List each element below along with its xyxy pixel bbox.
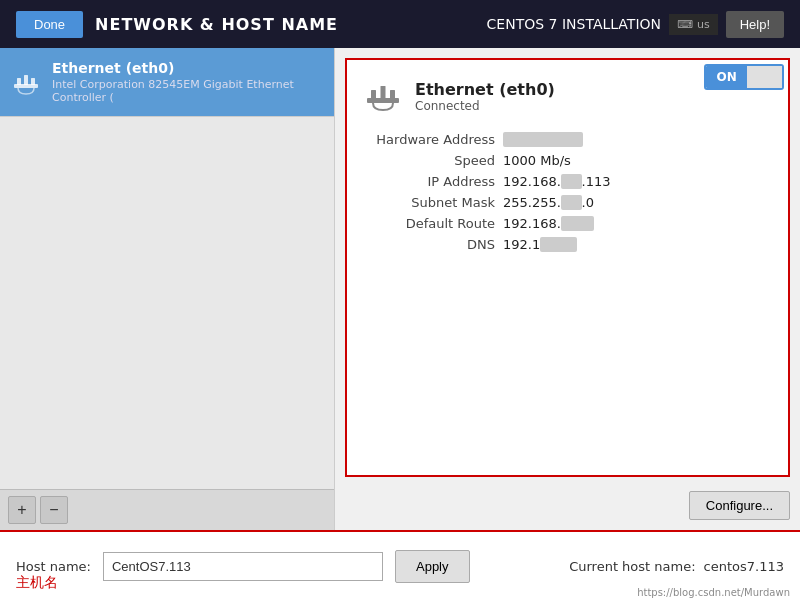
dns-value: 192.1 bbox=[503, 237, 577, 252]
hardware-address-value bbox=[503, 132, 583, 147]
interface-desc: Intel Corporation 82545EM Gigabit Ethern… bbox=[52, 78, 324, 104]
ip-row: IP Address 192.168. .113 bbox=[363, 174, 772, 189]
list-controls: + − bbox=[0, 489, 334, 530]
subnet-value: 255.255. .0 bbox=[503, 195, 594, 210]
current-host-value: centos7.113 bbox=[704, 559, 784, 574]
chinese-label: 主机名 bbox=[16, 574, 58, 592]
help-button[interactable]: Help! bbox=[726, 11, 784, 38]
dns-row: DNS 192.1 bbox=[363, 237, 772, 252]
installation-title: CENTOS 7 INSTALLATION bbox=[487, 16, 661, 32]
interface-info: Ethernet (eth0) Intel Corporation 82545E… bbox=[52, 60, 324, 104]
hardware-address-label: Hardware Address bbox=[363, 132, 503, 147]
done-button[interactable]: Done bbox=[16, 11, 83, 38]
svg-rect-7 bbox=[390, 90, 395, 99]
default-route-row: Default Route 192.168. bbox=[363, 216, 772, 231]
page-title: NETWORK & HOST NAME bbox=[95, 15, 338, 34]
speed-label: Speed bbox=[363, 153, 503, 168]
toggle-off-label bbox=[747, 66, 782, 88]
svg-rect-2 bbox=[24, 75, 28, 85]
detail-interface-name: Ethernet (eth0) bbox=[415, 80, 555, 99]
speed-row: Speed 1000 Mb/s bbox=[363, 153, 772, 168]
ip-value: 192.168. .113 bbox=[503, 174, 611, 189]
header: Done NETWORK & HOST NAME CENTOS 7 INSTAL… bbox=[0, 0, 800, 48]
dns-label: DNS bbox=[363, 237, 503, 252]
detail-table: Hardware Address Speed 1000 Mb/s IP Addr… bbox=[363, 132, 772, 252]
detail-card: Ethernet (eth0) Connected Hardware Addre… bbox=[345, 58, 790, 477]
toggle-container[interactable]: ON bbox=[704, 64, 784, 90]
current-host-label: Current host name: bbox=[569, 559, 695, 574]
subnet-label: Subnet Mask bbox=[363, 195, 503, 210]
watermark: https://blog.csdn.net/Murdawn bbox=[637, 587, 790, 598]
apply-button[interactable]: Apply bbox=[395, 550, 470, 583]
hardware-address-row: Hardware Address bbox=[363, 132, 772, 147]
add-interface-button[interactable]: + bbox=[8, 496, 36, 524]
default-route-label: Default Route bbox=[363, 216, 503, 231]
detail-panel: ON Ethernet (eth0) Connected bbox=[335, 48, 800, 530]
toggle-on-label: ON bbox=[706, 66, 746, 88]
interface-item-eth0[interactable]: Ethernet (eth0) Intel Corporation 82545E… bbox=[0, 48, 334, 117]
current-host-display: Current host name: centos7.113 bbox=[569, 559, 784, 574]
speed-value: 1000 Mb/s bbox=[503, 153, 571, 168]
subnet-row: Subnet Mask 255.255. .0 bbox=[363, 195, 772, 210]
bottom-bar: Host name: Apply Current host name: cent… bbox=[0, 530, 800, 600]
interface-name: Ethernet (eth0) bbox=[52, 60, 324, 76]
svg-rect-3 bbox=[31, 78, 35, 85]
default-route-value: 192.168. bbox=[503, 216, 594, 231]
ethernet-icon-small bbox=[10, 66, 42, 98]
host-label: Host name: bbox=[16, 559, 91, 574]
configure-container: Configure... bbox=[345, 487, 790, 520]
svg-rect-6 bbox=[381, 86, 386, 99]
header-right: CENTOS 7 INSTALLATION ⌨ us Help! bbox=[487, 11, 784, 38]
keyboard-indicator: ⌨ us bbox=[669, 14, 718, 35]
svg-rect-5 bbox=[371, 90, 376, 99]
main-content: Ethernet (eth0) Intel Corporation 82545E… bbox=[0, 48, 800, 530]
lang-display: us bbox=[697, 18, 710, 31]
detail-status: Connected bbox=[415, 99, 555, 113]
interface-list-panel: Ethernet (eth0) Intel Corporation 82545E… bbox=[0, 48, 335, 530]
svg-rect-1 bbox=[17, 78, 21, 85]
ethernet-icon-large bbox=[363, 76, 403, 116]
detail-title-group: Ethernet (eth0) Connected bbox=[415, 80, 555, 113]
keyboard-icon: ⌨ bbox=[677, 18, 693, 31]
remove-interface-button[interactable]: − bbox=[40, 496, 68, 524]
toggle-switch[interactable]: ON bbox=[704, 64, 784, 90]
ip-label: IP Address bbox=[363, 174, 503, 189]
hostname-input[interactable] bbox=[103, 552, 383, 581]
interface-list: Ethernet (eth0) Intel Corporation 82545E… bbox=[0, 48, 334, 489]
configure-button[interactable]: Configure... bbox=[689, 491, 790, 520]
